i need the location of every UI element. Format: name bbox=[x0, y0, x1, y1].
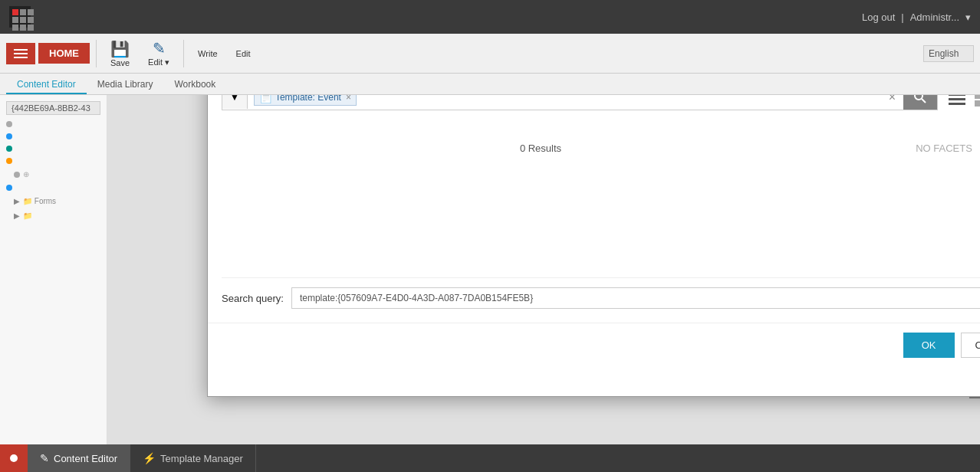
results-area: 0 Results NO FACETS bbox=[222, 127, 980, 265]
tag-label: Template: Event bbox=[275, 95, 341, 103]
sidebar-dot bbox=[6, 146, 12, 152]
grid-dot bbox=[12, 17, 18, 23]
edit-button[interactable]: Edit bbox=[229, 46, 258, 61]
list-view-button[interactable] bbox=[945, 95, 968, 113]
sidebar-dot bbox=[14, 172, 20, 178]
top-bar-left bbox=[9, 6, 31, 28]
sidebar-dot bbox=[6, 185, 12, 191]
view-toggles bbox=[945, 95, 980, 113]
svg-rect-7 bbox=[975, 100, 980, 107]
sidebar-item[interactable]: ▶ 📁 Forms bbox=[8, 194, 107, 208]
grid-dot bbox=[28, 9, 34, 15]
admin-label: Administr... bbox=[910, 11, 959, 23]
sidebar-item[interactable]: ▶ 📁 bbox=[8, 208, 107, 223]
main-content: Build Search Query In the search field, … bbox=[107, 95, 980, 466]
logo-icon bbox=[6, 451, 21, 466]
ok-button[interactable]: OK bbox=[903, 333, 955, 358]
dropdown-arrow-icon: ▼ bbox=[230, 95, 239, 103]
sidebar-item[interactable] bbox=[0, 143, 107, 155]
svg-point-0 bbox=[915, 95, 922, 100]
save-icon: 💾 bbox=[110, 40, 130, 58]
sidebar-dot bbox=[6, 133, 12, 139]
grid-dot bbox=[12, 25, 18, 31]
search-input-area: ▼ 📄 Template: Event × × bbox=[222, 95, 938, 110]
grid-view-icon bbox=[975, 95, 980, 107]
content-area: {442BE69A-8BB2-43 ⊕ ▶ 📁 Forms ▶ 📁 Build … bbox=[0, 95, 980, 466]
toolbar-separator bbox=[96, 40, 97, 67]
sidebar-item[interactable] bbox=[0, 118, 107, 130]
grid-view-button[interactable] bbox=[972, 95, 980, 113]
hamburger-line bbox=[14, 57, 28, 58]
top-bar: Log out | Administr... ▾ bbox=[0, 0, 980, 34]
svg-line-1 bbox=[922, 99, 926, 103]
bottom-tab-content-editor[interactable]: ✎ Content Editor bbox=[28, 444, 130, 472]
logout-link[interactable]: Log out bbox=[862, 11, 895, 23]
dropdown-arrow-icon[interactable]: ▾ bbox=[965, 11, 971, 23]
sidebar: {442BE69A-8BB2-43 ⊕ ▶ 📁 Forms ▶ 📁 bbox=[0, 95, 107, 466]
no-facets-label: NO FACETS bbox=[916, 143, 972, 154]
save-button[interactable]: 💾 Save bbox=[103, 37, 137, 70]
search-icon bbox=[914, 95, 926, 103]
language-select[interactable]: English bbox=[923, 45, 974, 62]
content-editor-tab-label: Content Editor bbox=[54, 453, 117, 464]
sidebar-item[interactable] bbox=[0, 130, 107, 143]
sidebar-dot bbox=[6, 158, 12, 164]
grid-dot bbox=[20, 17, 26, 23]
grid-dot bbox=[20, 9, 26, 15]
write-button[interactable]: Write bbox=[190, 46, 225, 61]
results-count: 0 Results bbox=[222, 127, 860, 169]
hamburger-line bbox=[14, 53, 28, 54]
tab-content-editor[interactable]: Content Editor bbox=[6, 76, 87, 94]
separator: | bbox=[901, 11, 903, 23]
svg-rect-4 bbox=[949, 103, 965, 105]
search-tags-container: 📄 Template: Event × bbox=[248, 95, 881, 109]
app-logo bbox=[0, 444, 28, 472]
home-button[interactable]: HOME bbox=[38, 43, 90, 64]
sidebar-dot bbox=[6, 121, 12, 127]
tab-media-library[interactable]: Media Library bbox=[87, 76, 164, 94]
sidebar-item[interactable]: ⊕ bbox=[8, 167, 107, 182]
template-manager-icon: ⚡ bbox=[143, 452, 156, 464]
main-toolbar: HOME 💾 Save ✎ Edit ▾ Write Edit English bbox=[0, 34, 980, 74]
tabs-row: Content Editor Media Library Workbook bbox=[0, 74, 980, 95]
grid-dot bbox=[20, 25, 26, 31]
bottom-tab-template-manager[interactable]: ⚡ Template Manager bbox=[130, 444, 256, 472]
top-bar-right: Log out | Administr... ▾ bbox=[862, 11, 971, 23]
template-manager-tab-label: Template Manager bbox=[160, 453, 243, 464]
sidebar-item[interactable] bbox=[0, 155, 107, 167]
edit-dropdown-button[interactable]: ✎ Edit ▾ bbox=[140, 36, 177, 70]
facets-area: NO FACETS bbox=[867, 127, 980, 265]
search-dropdown-button[interactable]: ▼ bbox=[222, 95, 248, 109]
tag-remove-button[interactable]: × bbox=[346, 95, 351, 103]
toolbar-separator bbox=[183, 40, 184, 67]
svg-rect-3 bbox=[949, 98, 965, 100]
id-badge: {442BE69A-8BB2-43 bbox=[6, 101, 100, 115]
app-grid-icon[interactable] bbox=[9, 6, 31, 28]
bottom-bar: ✎ Content Editor ⚡ Template Manager bbox=[0, 444, 980, 472]
search-query-label: Search query: bbox=[222, 293, 284, 304]
search-query-input[interactable] bbox=[291, 287, 980, 309]
svg-rect-5 bbox=[975, 95, 980, 99]
content-editor-icon: ✎ bbox=[40, 452, 49, 464]
grid-dot bbox=[28, 25, 34, 31]
search-clear-button[interactable]: × bbox=[881, 95, 903, 109]
modal-footer: OK Cancel bbox=[208, 323, 980, 367]
grid-dot bbox=[12, 9, 18, 15]
search-tag-template: 📄 Template: Event × bbox=[254, 95, 357, 106]
tab-workbook[interactable]: Workbook bbox=[163, 76, 226, 94]
build-search-query-dialog: Build Search Query In the search field, … bbox=[207, 95, 980, 397]
sidebar-item[interactable] bbox=[0, 182, 107, 194]
tag-document-icon: 📄 bbox=[259, 95, 272, 103]
hamburger-button[interactable] bbox=[6, 43, 35, 64]
cancel-button[interactable]: Cancel bbox=[961, 333, 980, 358]
list-view-icon bbox=[949, 95, 965, 107]
search-go-button[interactable] bbox=[903, 95, 937, 110]
edit-icon: ✎ bbox=[153, 39, 166, 57]
svg-point-12 bbox=[10, 454, 18, 462]
modal-body: ▼ 📄 Template: Event × × bbox=[208, 95, 980, 323]
search-query-row: Search query: bbox=[222, 277, 980, 309]
grid-dot bbox=[28, 17, 34, 23]
results-main: 0 Results bbox=[222, 127, 860, 265]
hamburger-line bbox=[14, 49, 28, 51]
search-row: ▼ 📄 Template: Event × × bbox=[222, 95, 980, 118]
